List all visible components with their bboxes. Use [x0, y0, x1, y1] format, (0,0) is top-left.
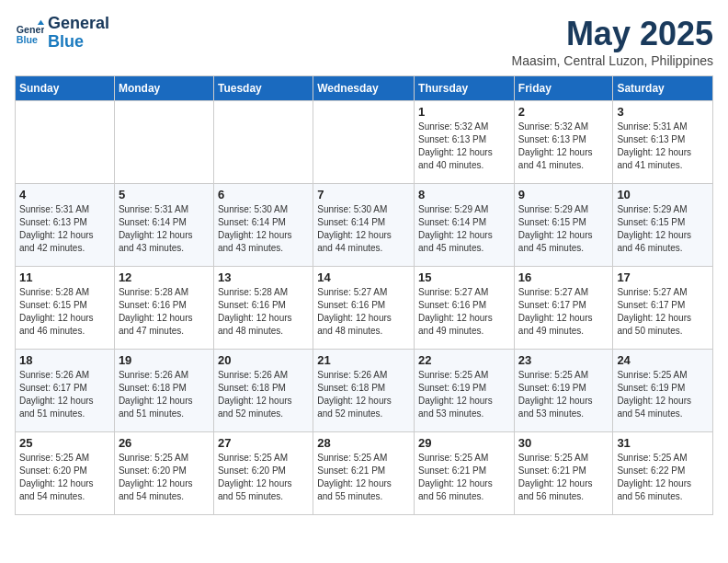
calendar-cell: 10Sunrise: 5:29 AM Sunset: 6:15 PM Dayli…	[613, 184, 713, 267]
calendar-cell: 1Sunrise: 5:32 AM Sunset: 6:13 PM Daylig…	[415, 101, 515, 184]
calendar-week-row: 1Sunrise: 5:32 AM Sunset: 6:13 PM Daylig…	[16, 101, 713, 184]
day-info: Sunrise: 5:30 AM Sunset: 6:14 PM Dayligh…	[317, 203, 410, 255]
calendar-cell: 17Sunrise: 5:27 AM Sunset: 6:17 PM Dayli…	[613, 267, 713, 350]
calendar-cell: 19Sunrise: 5:26 AM Sunset: 6:18 PM Dayli…	[114, 350, 213, 432]
day-info: Sunrise: 5:25 AM Sunset: 6:21 PM Dayligh…	[418, 452, 510, 503]
calendar-cell: 21Sunrise: 5:26 AM Sunset: 6:18 PM Dayli…	[313, 350, 415, 432]
day-info: Sunrise: 5:31 AM Sunset: 6:14 PM Dayligh…	[119, 203, 210, 255]
day-number: 19	[119, 353, 210, 367]
calendar-cell: 27Sunrise: 5:25 AM Sunset: 6:20 PM Dayli…	[213, 432, 313, 515]
day-info: Sunrise: 5:27 AM Sunset: 6:17 PM Dayligh…	[617, 286, 709, 338]
calendar-body: 1Sunrise: 5:32 AM Sunset: 6:13 PM Daylig…	[16, 101, 713, 515]
day-info: Sunrise: 5:30 AM Sunset: 6:14 PM Dayligh…	[218, 203, 309, 255]
day-info: Sunrise: 5:27 AM Sunset: 6:16 PM Dayligh…	[418, 286, 510, 338]
day-number: 15	[418, 270, 510, 284]
calendar-cell: 12Sunrise: 5:28 AM Sunset: 6:16 PM Dayli…	[114, 267, 213, 350]
calendar-cell	[114, 101, 213, 184]
calendar-cell: 31Sunrise: 5:25 AM Sunset: 6:22 PM Dayli…	[613, 432, 713, 515]
calendar-cell: 2Sunrise: 5:32 AM Sunset: 6:13 PM Daylig…	[514, 101, 613, 184]
day-info: Sunrise: 5:29 AM Sunset: 6:14 PM Dayligh…	[418, 203, 510, 255]
location-title: Maasim, Central Luzon, Philippines	[512, 53, 713, 68]
day-info: Sunrise: 5:25 AM Sunset: 6:21 PM Dayligh…	[317, 452, 410, 503]
title-area: May 2025 Maasim, Central Luzon, Philippi…	[512, 15, 713, 68]
weekday-header: Monday	[114, 76, 213, 101]
calendar-cell: 11Sunrise: 5:28 AM Sunset: 6:15 PM Dayli…	[16, 267, 115, 350]
day-info: Sunrise: 5:28 AM Sunset: 6:16 PM Dayligh…	[119, 286, 210, 338]
calendar-week-row: 18Sunrise: 5:26 AM Sunset: 6:17 PM Dayli…	[16, 350, 713, 432]
calendar-cell: 20Sunrise: 5:26 AM Sunset: 6:18 PM Dayli…	[213, 350, 313, 432]
day-number: 18	[19, 353, 110, 367]
calendar-cell: 22Sunrise: 5:25 AM Sunset: 6:19 PM Dayli…	[415, 350, 515, 432]
calendar-table: SundayMondayTuesdayWednesdayThursdayFrid…	[15, 75, 713, 515]
weekday-header: Saturday	[613, 76, 713, 101]
calendar-cell: 5Sunrise: 5:31 AM Sunset: 6:14 PM Daylig…	[114, 184, 213, 267]
calendar-cell: 6Sunrise: 5:30 AM Sunset: 6:14 PM Daylig…	[213, 184, 313, 267]
day-info: Sunrise: 5:25 AM Sunset: 6:19 PM Dayligh…	[418, 369, 510, 420]
day-info: Sunrise: 5:25 AM Sunset: 6:22 PM Dayligh…	[617, 452, 709, 503]
day-number: 12	[119, 270, 210, 284]
calendar-cell: 24Sunrise: 5:25 AM Sunset: 6:19 PM Dayli…	[613, 350, 713, 432]
calendar-cell: 3Sunrise: 5:31 AM Sunset: 6:13 PM Daylig…	[613, 101, 713, 184]
day-number: 1	[418, 105, 510, 119]
calendar-cell: 15Sunrise: 5:27 AM Sunset: 6:16 PM Dayli…	[415, 267, 515, 350]
day-info: Sunrise: 5:31 AM Sunset: 6:13 PM Dayligh…	[19, 203, 110, 255]
calendar-cell: 29Sunrise: 5:25 AM Sunset: 6:21 PM Dayli…	[415, 432, 515, 515]
day-number: 28	[317, 436, 410, 450]
day-info: Sunrise: 5:29 AM Sunset: 6:15 PM Dayligh…	[518, 203, 609, 255]
calendar-cell: 9Sunrise: 5:29 AM Sunset: 6:15 PM Daylig…	[514, 184, 613, 267]
svg-text:Blue: Blue	[17, 33, 38, 44]
day-info: Sunrise: 5:28 AM Sunset: 6:16 PM Dayligh…	[218, 286, 309, 338]
day-number: 31	[617, 436, 709, 450]
day-number: 5	[119, 188, 210, 201]
calendar-week-row: 11Sunrise: 5:28 AM Sunset: 6:15 PM Dayli…	[16, 267, 713, 350]
day-number: 13	[218, 270, 309, 284]
day-number: 8	[418, 188, 510, 201]
calendar-cell: 14Sunrise: 5:27 AM Sunset: 6:16 PM Dayli…	[313, 267, 415, 350]
calendar-cell: 30Sunrise: 5:25 AM Sunset: 6:21 PM Dayli…	[514, 432, 613, 515]
calendar-cell: 28Sunrise: 5:25 AM Sunset: 6:21 PM Dayli…	[313, 432, 415, 515]
day-number: 29	[418, 436, 510, 450]
day-info: Sunrise: 5:29 AM Sunset: 6:15 PM Dayligh…	[617, 203, 709, 255]
day-number: 27	[218, 436, 309, 450]
day-info: Sunrise: 5:26 AM Sunset: 6:18 PM Dayligh…	[317, 369, 410, 420]
logo: General Blue General Blue	[15, 15, 109, 52]
weekday-header: Wednesday	[313, 76, 415, 101]
day-number: 6	[218, 188, 309, 201]
calendar-cell: 23Sunrise: 5:25 AM Sunset: 6:19 PM Dayli…	[514, 350, 613, 432]
calendar-cell: 4Sunrise: 5:31 AM Sunset: 6:13 PM Daylig…	[16, 184, 115, 267]
calendar-cell: 25Sunrise: 5:25 AM Sunset: 6:20 PM Dayli…	[16, 432, 115, 515]
day-number: 9	[518, 188, 609, 201]
calendar-cell: 8Sunrise: 5:29 AM Sunset: 6:14 PM Daylig…	[415, 184, 515, 267]
day-info: Sunrise: 5:25 AM Sunset: 6:19 PM Dayligh…	[617, 369, 709, 420]
day-number: 10	[617, 188, 709, 201]
day-number: 2	[518, 105, 609, 119]
day-info: Sunrise: 5:32 AM Sunset: 6:13 PM Dayligh…	[518, 121, 609, 172]
day-info: Sunrise: 5:32 AM Sunset: 6:13 PM Dayligh…	[418, 121, 510, 172]
calendar-cell: 26Sunrise: 5:25 AM Sunset: 6:20 PM Dayli…	[114, 432, 213, 515]
logo-icon: General Blue	[15, 18, 44, 48]
day-info: Sunrise: 5:26 AM Sunset: 6:18 PM Dayligh…	[218, 369, 309, 420]
calendar-cell: 7Sunrise: 5:30 AM Sunset: 6:14 PM Daylig…	[313, 184, 415, 267]
logo-line2: Blue	[48, 33, 109, 52]
calendar-week-row: 25Sunrise: 5:25 AM Sunset: 6:20 PM Dayli…	[16, 432, 713, 515]
day-info: Sunrise: 5:26 AM Sunset: 6:17 PM Dayligh…	[19, 369, 110, 420]
day-info: Sunrise: 5:25 AM Sunset: 6:21 PM Dayligh…	[518, 452, 609, 503]
day-info: Sunrise: 5:31 AM Sunset: 6:13 PM Dayligh…	[617, 121, 709, 172]
day-info: Sunrise: 5:28 AM Sunset: 6:15 PM Dayligh…	[19, 286, 110, 338]
page-header: General Blue General Blue May 2025 Maasi…	[15, 15, 713, 68]
weekday-header: Sunday	[16, 76, 115, 101]
day-number: 30	[518, 436, 609, 450]
day-number: 23	[518, 353, 609, 367]
day-info: Sunrise: 5:25 AM Sunset: 6:20 PM Dayligh…	[119, 452, 210, 503]
day-info: Sunrise: 5:25 AM Sunset: 6:20 PM Dayligh…	[218, 452, 309, 503]
month-title: May 2025	[512, 15, 713, 53]
day-info: Sunrise: 5:25 AM Sunset: 6:20 PM Dayligh…	[19, 452, 110, 503]
day-number: 26	[119, 436, 210, 450]
weekday-header: Thursday	[415, 76, 515, 101]
svg-marker-2	[38, 20, 44, 25]
day-number: 11	[19, 270, 110, 284]
day-number: 20	[218, 353, 309, 367]
day-number: 17	[617, 270, 709, 284]
logo-line1: General	[48, 15, 109, 33]
day-info: Sunrise: 5:26 AM Sunset: 6:18 PM Dayligh…	[119, 369, 210, 420]
